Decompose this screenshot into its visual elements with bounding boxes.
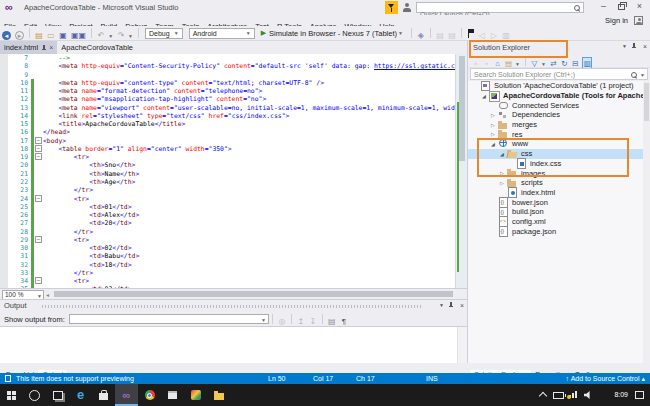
vertical-scrollbar-thumb[interactable] xyxy=(459,56,465,161)
speaker-icon[interactable] xyxy=(584,391,592,399)
code-line: 33 </tr> xyxy=(0,269,455,277)
editor-vertical-scrollbar[interactable] xyxy=(455,54,467,288)
se-forward-icon[interactable]: ◦ xyxy=(483,58,491,69)
sync-with-active-document-icon[interactable]: ⇄ xyxy=(549,58,557,69)
output-source-dropdown[interactable]: ▼ xyxy=(69,314,269,324)
pin-icon[interactable] xyxy=(448,301,454,309)
tree-item-bower-json[interactable]: bower.json xyxy=(468,197,650,207)
code-text: <th>Age</th> xyxy=(43,178,135,186)
configuration-dropdown[interactable]: Debug▼ xyxy=(145,28,183,39)
tree-item-solution-apachecordovatable-1-project[interactable]: Solution 'ApacheCordovaTable' (1 project… xyxy=(468,81,650,91)
close-icon[interactable]: × xyxy=(460,302,464,309)
pin-icon[interactable] xyxy=(41,44,47,52)
se-back-icon[interactable]: ◦ xyxy=(472,58,480,69)
feedback-icon[interactable] xyxy=(403,3,412,12)
taskbar-task-view-button[interactable] xyxy=(46,384,69,406)
fold-collapse-icon[interactable]: – xyxy=(35,153,42,160)
fold-collapse-icon[interactable]: – xyxy=(35,277,42,284)
tree-item-config-xml[interactable]: config.xml xyxy=(468,217,650,227)
tree-item-res[interactable]: ▷res xyxy=(468,129,650,139)
close-icon[interactable]: × xyxy=(643,43,647,50)
document-status-icon xyxy=(5,375,11,382)
home-icon[interactable]: ⌂ xyxy=(494,58,502,69)
quick-launch-box[interactable] xyxy=(416,2,584,13)
tree-item-build-json[interactable]: build.json xyxy=(468,207,650,217)
output-content[interactable] xyxy=(0,326,467,364)
notifications-flag-icon[interactable] xyxy=(385,1,398,14)
bookmark-flag-icon[interactable] xyxy=(467,29,474,38)
network-warning-icon[interactable] xyxy=(569,391,578,398)
add-to-source-control-button[interactable]: ↑ Add to Source Control ▴ xyxy=(566,373,645,384)
taskbar-file-explorer-button[interactable] xyxy=(207,384,230,406)
taskbar-photos-button[interactable] xyxy=(184,384,207,406)
fold-collapse-icon[interactable]: – xyxy=(35,236,42,243)
scroll-left-arrow-icon[interactable]: ◂ xyxy=(46,291,49,298)
run-button[interactable]: ▶ Simulate in Browser - Nexus 7 (Tablet)… xyxy=(261,29,405,38)
code-line: 18– <table border="1" align="center" wid… xyxy=(0,145,455,153)
tree-collapsed-arrow-icon[interactable]: ▷ xyxy=(498,170,506,176)
tree-collapsed-arrow-icon[interactable]: ▷ xyxy=(489,131,497,137)
code-text: </tr> xyxy=(43,186,93,194)
window-position-icon[interactable]: ▼ xyxy=(439,302,444,308)
horizontal-scrollbar-thumb[interactable] xyxy=(54,291,453,297)
tree-item-merges[interactable]: ▷merges xyxy=(468,120,650,130)
editor-tab-index-html[interactable]: index.html× xyxy=(0,41,57,54)
tree-collapsed-arrow-icon[interactable]: ▷ xyxy=(498,180,506,186)
fold-collapse-icon[interactable]: – xyxy=(35,195,42,202)
platform-dropdown[interactable]: Android▼ xyxy=(189,28,255,39)
tree-expanded-arrow-icon[interactable]: ◢ xyxy=(480,93,488,99)
minimize-button[interactable]: – xyxy=(596,0,611,14)
tree-expanded-arrow-icon[interactable]: ◢ xyxy=(489,141,497,147)
tree-item-index-html[interactable]: index.html xyxy=(468,188,650,198)
taskbar-edge-button[interactable]: e xyxy=(69,384,92,406)
solution-explorer-search-input[interactable]: Search Solution Explorer (Ctrl+;) ▼ xyxy=(470,68,648,80)
tree-item-scripts[interactable]: ▷scripts xyxy=(468,178,650,188)
taskbar-store-button[interactable] xyxy=(92,384,115,406)
tree-item-connected-services[interactable]: Connected Services xyxy=(468,100,650,110)
tree-item-www[interactable]: ◢www xyxy=(468,139,650,149)
code-line: 22 <th>Age</th> xyxy=(0,178,455,186)
switch-views-icon[interactable]: ▤ xyxy=(505,58,513,69)
code-editor[interactable]: 7 -->8 <meta http-equiv="Content-Securit… xyxy=(0,54,455,288)
close-icon[interactable]: × xyxy=(49,44,53,51)
chevron-down-icon[interactable]: ▼ xyxy=(515,61,520,67)
clock[interactable]: 8:09 AM xyxy=(614,384,628,406)
close-button[interactable]: × xyxy=(632,0,647,14)
battery-icon[interactable] xyxy=(553,392,564,399)
editor-tab-apachecordovatable[interactable]: ApacheCordovaTable xyxy=(57,41,140,54)
refresh-icon[interactable]: ↻ xyxy=(560,58,568,69)
fold-collapse-icon[interactable]: – xyxy=(35,137,42,144)
tree-item-images[interactable]: ▷images xyxy=(468,168,650,178)
tree-item-index-css[interactable]: index.css xyxy=(468,159,650,169)
output-scrollbar[interactable] xyxy=(457,327,467,364)
show-output-from-label: Show output from: xyxy=(4,315,65,324)
tree-item-apachecordovatable-tools-for-apache-cordova[interactable]: ◢ApacheCordovaTable (Tools for Apache Co… xyxy=(468,91,650,101)
taskbar-start-button[interactable] xyxy=(0,384,23,406)
tree-collapsed-arrow-icon[interactable]: ▷ xyxy=(489,122,497,128)
edge-icon: e xyxy=(77,388,84,402)
action-center-icon[interactable] xyxy=(635,391,644,399)
restore-button[interactable] xyxy=(614,0,629,14)
tree-item-css[interactable]: ◢css xyxy=(468,149,650,159)
solution-explorer-scrollbar[interactable] xyxy=(643,81,650,363)
user-avatar-icon[interactable] xyxy=(634,16,643,25)
play-icon: ▶ xyxy=(261,29,266,37)
sign-in-link[interactable]: Sign in xyxy=(605,15,628,26)
pin-icon[interactable] xyxy=(631,42,637,50)
taskbar-visual-studio-button[interactable]: ∞ xyxy=(115,384,138,406)
tray-chevron-icon[interactable] xyxy=(539,392,547,400)
code-line: 12 <meta name="msapplication-tap-highlig… xyxy=(0,95,455,103)
collapse-all-icon[interactable]: ⊟ xyxy=(571,58,579,69)
tree-collapsed-arrow-icon[interactable]: ▷ xyxy=(489,112,497,118)
output-panel-header[interactable]: Output ▼ × xyxy=(0,300,467,312)
tree-expanded-arrow-icon[interactable]: ◢ xyxy=(498,151,506,157)
pending-changes-filter-icon[interactable]: ▽ xyxy=(530,58,538,69)
taskbar-cortana-button[interactable] xyxy=(23,384,46,406)
window-position-icon[interactable]: ▼ xyxy=(622,43,627,49)
fold-collapse-icon[interactable]: – xyxy=(35,145,42,152)
chevron-down-icon[interactable]: ▼ xyxy=(541,61,546,67)
taskbar-movies-button[interactable] xyxy=(161,384,184,406)
tree-item-dependencies[interactable]: ▷Dependencies xyxy=(468,110,650,120)
taskbar-chrome-button[interactable] xyxy=(138,384,161,406)
tree-item-package-json[interactable]: package.json xyxy=(468,226,650,236)
